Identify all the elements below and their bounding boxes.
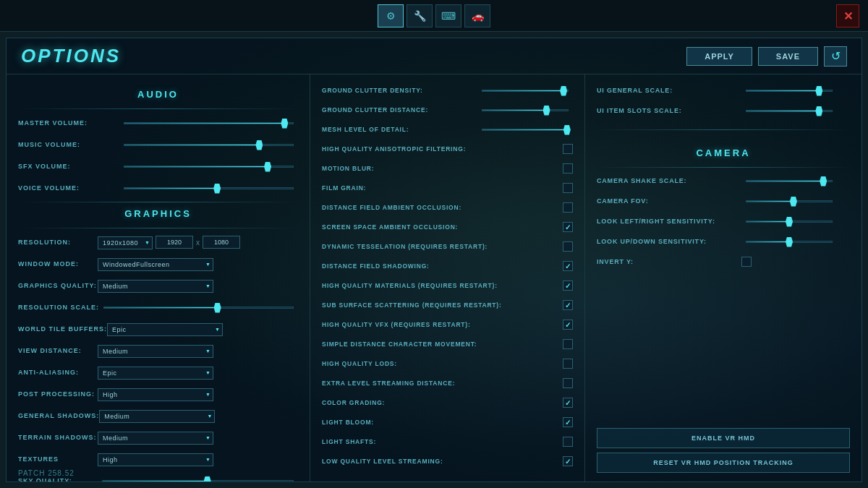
- look-lr-sensitivity-track[interactable]: [746, 221, 833, 223]
- mesh-lod-track[interactable]: [482, 129, 569, 131]
- ground-clutter-distance-thumb[interactable]: [543, 106, 550, 116]
- ui-general-scale-track[interactable]: [746, 90, 833, 92]
- view-distance-dropdown[interactable]: Low Medium High Epic: [98, 345, 213, 358]
- graphics-quality-dropdown[interactable]: Low Medium High Epic: [98, 280, 213, 293]
- ui-general-scale-thumb[interactable]: [815, 86, 822, 96]
- resolution-label: RESOLUTION:: [18, 239, 98, 246]
- invert-y-checkbox[interactable]: [741, 257, 752, 267]
- vr-buttons: ENABLE VR HMD RESET VR HMD POSITION TRAC…: [597, 428, 850, 473]
- hq-materials-checkbox[interactable]: [563, 281, 573, 291]
- ground-clutter-density-thumb[interactable]: [560, 86, 567, 96]
- simple-distance-checkbox[interactable]: [563, 339, 573, 349]
- close-button[interactable]: ✕: [836, 4, 859, 27]
- tab-vehicle-icon[interactable]: 🚗: [464, 4, 490, 27]
- resolution-height-input[interactable]: [203, 236, 240, 249]
- dynamic-tesselation-checkbox[interactable]: [563, 241, 573, 252]
- resolution-scale-thumb[interactable]: [214, 303, 221, 313]
- camera-fov-track[interactable]: [746, 200, 833, 202]
- tab-controls-icon[interactable]: 🔧: [407, 4, 433, 27]
- sfx-volume-slider-container: [119, 166, 298, 168]
- voice-volume-thumb[interactable]: [213, 184, 221, 194]
- hq-lods-checkbox[interactable]: [563, 359, 573, 369]
- tab-settings-icon[interactable]: ⚙: [378, 4, 404, 27]
- anti-aliasing-dropdown[interactable]: Low Medium High Epic: [98, 367, 213, 380]
- camera-shake-track[interactable]: [746, 180, 833, 182]
- film-grain-checkbox[interactable]: [563, 183, 573, 193]
- voice-volume-fill: [124, 188, 217, 189]
- light-shafts-checkbox[interactable]: [563, 437, 573, 447]
- save-button[interactable]: SAVE: [758, 47, 818, 66]
- ground-clutter-distance-fill: [482, 110, 547, 111]
- screen-space-ao-label: SCREEN SPACE AMBIENT OCCLUSION:: [322, 223, 563, 231]
- general-shadows-dropdown[interactable]: Low Medium High Epic: [99, 410, 215, 423]
- mesh-lod-thumb[interactable]: [563, 125, 571, 135]
- reset-vr-hmd-button[interactable]: RESET VR HMD POSITION TRACKING: [597, 453, 850, 473]
- camera-fov-thumb[interactable]: [790, 197, 797, 207]
- ground-clutter-distance-row: GROUND CLUTTER DISTANCE:: [322, 103, 573, 117]
- sub-surface-checkbox[interactable]: [563, 300, 573, 310]
- distance-field-shadow-checkbox[interactable]: [563, 261, 573, 271]
- textures-dropdown[interactable]: Low Medium High Epic: [98, 453, 213, 466]
- light-bloom-checkbox[interactable]: [563, 417, 573, 427]
- master-volume-track[interactable]: [124, 122, 294, 124]
- color-grading-checkbox[interactable]: [563, 398, 573, 408]
- ground-clutter-distance-track[interactable]: [482, 109, 569, 111]
- look-lr-sensitivity-thumb[interactable]: [786, 217, 793, 227]
- reset-button[interactable]: ↺: [824, 46, 847, 67]
- light-bloom-row: LIGHT BLOOM:: [322, 415, 573, 429]
- light-shafts-row: LIGHT SHAFTS:: [322, 435, 573, 449]
- camera-shake-thumb[interactable]: [820, 176, 827, 187]
- hq-materials-row: HIGH QUALITY MATERIALS (REQUIRES RESTART…: [322, 278, 573, 293]
- hq-anisotropic-checkbox[interactable]: [563, 144, 573, 154]
- tab-gamepad-icon[interactable]: ⌨: [435, 4, 461, 27]
- distance-field-ao-checkbox[interactable]: [563, 202, 573, 213]
- camera-shake-fill: [746, 181, 823, 181]
- resolution-scale-track[interactable]: [103, 307, 294, 309]
- ground-clutter-density-track[interactable]: [482, 90, 569, 92]
- extra-level-row: EXTRA LEVEL STREAMING DISTANCE:: [322, 376, 573, 390]
- hq-lods-label: HIGH QUALITY LODs:: [322, 360, 563, 367]
- camera-fov-label: CAMERA FOV:: [597, 197, 741, 205]
- sfx-volume-label: SFX VOLUME:: [18, 163, 119, 170]
- look-lr-sensitivity-fill: [746, 221, 789, 222]
- master-volume-fill: [124, 123, 284, 124]
- resolution-width-input[interactable]: [156, 236, 193, 249]
- header-buttons: APPLY SAVE ↺: [686, 46, 847, 67]
- voice-volume-track[interactable]: [124, 187, 294, 189]
- extra-level-checkbox[interactable]: [563, 378, 573, 388]
- low-quality-streaming-row: LOW QUALITY LEVEL STREAMING:: [322, 454, 573, 468]
- motion-blur-row: MOTION BLUR:: [322, 161, 573, 176]
- sfx-volume-track[interactable]: [124, 166, 294, 168]
- world-tile-dropdown[interactable]: Low Medium High Epic: [107, 323, 223, 336]
- anti-aliasing-label: ANTI-ALIASING:: [18, 369, 98, 376]
- terrain-shadows-label: TERRAIN SHADOWS:: [18, 434, 98, 441]
- motion-blur-checkbox[interactable]: [563, 163, 573, 174]
- terrain-shadows-dropdown[interactable]: Low Medium High Epic: [98, 432, 213, 445]
- look-ud-sensitivity-track[interactable]: [746, 241, 833, 243]
- look-ud-sensitivity-thumb[interactable]: [786, 237, 793, 247]
- post-processing-dropdown[interactable]: Low Medium High Epic: [98, 388, 213, 401]
- outer-frame: ⚙ 🔧 ⌨ 🚗 ✕ OPTIONS APPLY SAVE ↺ AUDIO: [0, 0, 868, 488]
- master-volume-thumb[interactable]: [281, 119, 288, 129]
- sky-quality-thumb[interactable]: [204, 476, 211, 482]
- sky-quality-label: SKY QUALITY:: [18, 477, 98, 481]
- camera-section-header: CAMERA: [597, 147, 850, 158]
- ui-item-slots-scale-track[interactable]: [746, 110, 833, 112]
- camera-fov-row: CAMERA FOV:: [597, 194, 850, 208]
- window-mode-dropdown[interactable]: WindowedFullscreen Fullscreen Windowed: [98, 258, 213, 271]
- light-shafts-label: LIGHT SHAFTS:: [322, 438, 563, 445]
- music-volume-thumb[interactable]: [255, 140, 263, 150]
- voice-volume-row: VOICE VOLUME:: [18, 180, 298, 196]
- sfx-volume-thumb[interactable]: [264, 162, 271, 172]
- low-quality-streaming-label: LOW QUALITY LEVEL STREAMING:: [322, 458, 563, 465]
- enable-vr-hmd-button[interactable]: ENABLE VR HMD: [597, 428, 850, 448]
- music-volume-track[interactable]: [124, 144, 294, 146]
- sky-quality-track[interactable]: [102, 480, 294, 482]
- apply-button[interactable]: APPLY: [686, 47, 752, 66]
- hq-vfx-checkbox[interactable]: [563, 320, 573, 330]
- ui-item-slots-scale-thumb[interactable]: [815, 106, 822, 116]
- low-quality-streaming-checkbox[interactable]: [563, 456, 573, 466]
- screen-space-ao-checkbox[interactable]: [563, 222, 573, 232]
- window-mode-label: WINDOW MODE:: [18, 260, 98, 267]
- resolution-dropdown[interactable]: 1920x1080 2560x1440 3840x2160: [98, 236, 153, 249]
